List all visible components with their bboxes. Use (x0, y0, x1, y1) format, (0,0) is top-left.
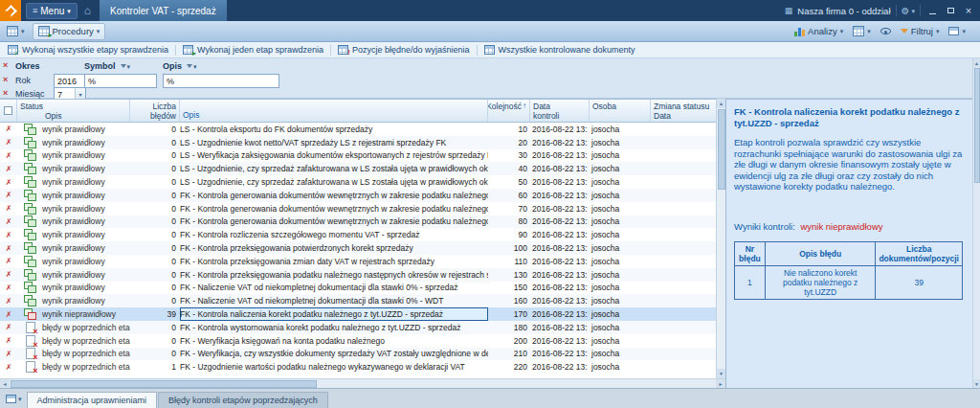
row-marker-cell[interactable]: ✗ (0, 268, 17, 282)
minimize-button[interactable] (925, 4, 939, 17)
row-opis[interactable]: FK - Kontrola wystornowania korekt podat… (180, 321, 488, 334)
row-marker-cell[interactable]: ✗ (0, 241, 17, 255)
row-opis[interactable]: FK - Kontrola przeksięgowania podatku na… (180, 268, 488, 282)
table-row[interactable]: ✗wynik prawidłowy0FK - Kontrola rozlicze… (0, 228, 716, 241)
table-row[interactable]: ✗błędy w poprzednich etapach0FK - Weryfi… (0, 334, 716, 348)
preview-button[interactable] (876, 23, 896, 40)
row-marker-cell[interactable]: ✗ (0, 149, 17, 163)
table-row[interactable]: ✗wynik prawidłowy0FK - Kontrola przeksię… (0, 241, 716, 255)
select-all-checkbox[interactable] (4, 106, 12, 115)
row-marker-cell[interactable]: ✗ (0, 202, 17, 215)
close-button[interactable]: × (962, 4, 975, 17)
row-opis[interactable]: LS - Uzgodnienie, czy sprzedaż zafakturo… (180, 162, 488, 175)
analizy-button[interactable]: Analizy ▾ (790, 23, 848, 40)
row-opis[interactable]: FK - Naliczenie VAT od niekompletnej dok… (180, 294, 488, 307)
scroll-up-arrow[interactable]: ▲ (973, 58, 980, 67)
liczba-bledow-column-header[interactable]: Liczba błędów (130, 100, 180, 122)
row-opis[interactable]: FK - Uzgodnienie wartości podatku należn… (180, 360, 488, 374)
kolejnosc-column-header[interactable]: Kolejność ↑ (488, 100, 530, 122)
row-marker-cell[interactable]: ✗ (0, 294, 17, 307)
osoba-column-header[interactable]: Osoba (590, 100, 651, 122)
table-row[interactable]: ✗wynik prawidłowy0LS - Uzgodnienie, czy … (0, 162, 716, 175)
row-marker-cell[interactable]: ✗ (0, 162, 17, 175)
scroll-down-arrow[interactable]: ▼ (717, 369, 726, 378)
scroll-right-arrow[interactable]: ► (716, 379, 725, 389)
quick-access-button[interactable]: ▾ (2, 23, 30, 40)
settings-button[interactable]: ⚙ ▾ (902, 6, 915, 16)
zmiana-statusu-column-header[interactable]: Zmiana statusu Data (651, 100, 716, 122)
row-opis[interactable]: FK - Kontrola generowania dokumentów wew… (180, 189, 488, 202)
home-button[interactable]: ⌂ (84, 5, 91, 16)
opis-input[interactable] (163, 74, 279, 88)
symbol-input[interactable] (84, 74, 157, 88)
row-marker-cell[interactable]: ✗ (0, 228, 17, 241)
table-row[interactable]: ✗wynik prawidłowy0FK - Naliczenie VAT od… (0, 294, 716, 307)
clear-filter-icon[interactable]: × (3, 61, 8, 70)
row-opis[interactable]: FK - Kontrola naliczenia korekt podatku … (180, 307, 488, 321)
tab-bledy-kontroli-etapow[interactable]: Błędy kontroli etapów poprzedzających (158, 392, 328, 408)
horizontal-scrollbar[interactable]: ◄ ► (0, 378, 725, 388)
run-all-steps-button[interactable]: Wykonaj wszystkie etapy sprawdzenia (3, 43, 173, 57)
app-logo[interactable] (0, 0, 21, 21)
table-vertical-scrollbar[interactable]: ▲ ▼ (716, 99, 725, 378)
row-opis[interactable]: LS - Weryfikacja zaksięgowania dokumentó… (180, 149, 488, 163)
opis-condition-button[interactable]: ▾ (187, 63, 197, 70)
select-all-header[interactable] (0, 100, 17, 122)
filtruj-button[interactable]: Filtruj ▾ (896, 23, 945, 40)
row-opis[interactable]: FK - Weryfikacja, czy wszystkie dokument… (180, 348, 488, 361)
row-opis[interactable]: LS - Uzgodnienie kwot netto/VAT sprzedaż… (180, 136, 488, 149)
row-marker-cell[interactable]: ✗ (0, 307, 17, 321)
table-row[interactable]: ✗wynik prawidłowy0FK - Kontrola przeksię… (0, 255, 716, 268)
table-row[interactable]: ✗wynik prawidłowy0FK - Kontrola generowa… (0, 189, 716, 202)
tab-administracja-uprawnieniami[interactable]: Administracja uprawnieniami (27, 392, 158, 408)
table-row[interactable]: ✗wynik prawidłowy0LS - Kontrola eksportu… (0, 123, 716, 136)
clear-filter-icon[interactable]: × (3, 76, 8, 84)
table-row[interactable]: ✗błędy w poprzednich etapach0FK - Weryfi… (0, 348, 716, 361)
row-marker-cell[interactable]: ✗ (0, 175, 17, 189)
row-opis[interactable]: LS - Kontrola eksportu do FK dokumentów … (180, 123, 488, 136)
menu-button[interactable]: ≡ Menu ▾ (26, 3, 78, 19)
view-layout-button[interactable]: ▾ (848, 23, 876, 40)
table-row[interactable]: ✗błędy w poprzednich etapach0FK - Kontro… (0, 321, 716, 334)
clear-filter-icon[interactable]: × (3, 89, 8, 98)
scrollbar-thumb[interactable] (974, 68, 980, 183)
table-row[interactable]: ✗wynik prawidłowy0LS - Uzgodnienie kwot … (0, 136, 716, 149)
row-marker-cell[interactable]: ✗ (0, 123, 17, 136)
row-opis[interactable]: FK - Naliczenie VAT od niekompletnej dok… (180, 282, 488, 295)
view-selector-button[interactable]: ▾ (2, 391, 26, 406)
window-vertical-scrollbar[interactable]: ▲ ▼ (972, 58, 980, 388)
error-positions-button[interactable]: Pozycje błędne/do wyjaśnienia (333, 43, 475, 57)
restore-button[interactable] (944, 4, 957, 17)
scroll-up-arrow[interactable]: ▲ (717, 99, 726, 108)
row-marker-cell[interactable]: ✗ (0, 255, 17, 268)
row-marker-cell[interactable]: ✗ (0, 189, 17, 202)
row-marker-cell[interactable]: ✗ (0, 215, 17, 229)
row-marker-cell[interactable]: ✗ (0, 136, 17, 149)
row-marker-cell[interactable]: ✗ (0, 321, 17, 334)
table-row[interactable]: ✗wynik prawidłowy0FK - Kontrola przeksię… (0, 268, 716, 282)
row-opis[interactable]: FK - Kontrola rozliczenia szczegółowego … (180, 228, 488, 241)
scrollbar-thumb[interactable] (11, 380, 317, 388)
row-opis[interactable]: LS - Uzgodnienie, czy sprzedaż zafakturo… (180, 175, 488, 189)
table-row[interactable]: ✗błędy w poprzednich etapach1FK - Uzgodn… (0, 360, 716, 374)
row-opis[interactable]: FK - Kontrola generowania dokumentów wew… (180, 215, 488, 229)
tab-kontroler-vat[interactable]: Kontroler VAT - sprzedaż (100, 0, 227, 21)
data-kontroli-column-header[interactable]: Data kontroli (530, 100, 590, 122)
scrollbar-thumb[interactable] (718, 109, 725, 190)
all-documents-button[interactable]: Wszystkie kontrolowane dokumenty (479, 43, 640, 57)
opis-column-header[interactable]: Opis (180, 100, 488, 122)
row-marker-cell[interactable]: ✗ (0, 282, 17, 295)
scroll-left-arrow[interactable]: ◄ (0, 379, 10, 389)
table-row[interactable]: ✗wynik prawidłowy0FK - Naliczenie VAT od… (0, 282, 716, 295)
row-marker-cell[interactable]: ✗ (0, 348, 17, 361)
row-opis[interactable]: FK - Kontrola przeksięgowania potwierdzo… (180, 241, 488, 255)
row-opis[interactable]: FK - Kontrola przeksięgowania zmian daty… (180, 255, 488, 268)
symbol-condition-button[interactable]: ▾ (121, 63, 131, 70)
table-row[interactable]: ✗wynik prawidłowy0LS - Weryfikacja zaksi… (0, 149, 716, 163)
scroll-down-arrow[interactable]: ▼ (973, 379, 980, 388)
row-marker-cell[interactable]: ✗ (0, 360, 17, 374)
row-opis[interactable]: FK - Kontrola generowania dokumentów wew… (180, 202, 488, 215)
row-marker-cell[interactable]: ✗ (0, 334, 17, 348)
table-row[interactable]: ✗wynik prawidłowy0FK - Kontrola generowa… (0, 215, 716, 229)
run-one-step-button[interactable]: Wykonaj jeden etap sprawdzenia (178, 43, 328, 57)
